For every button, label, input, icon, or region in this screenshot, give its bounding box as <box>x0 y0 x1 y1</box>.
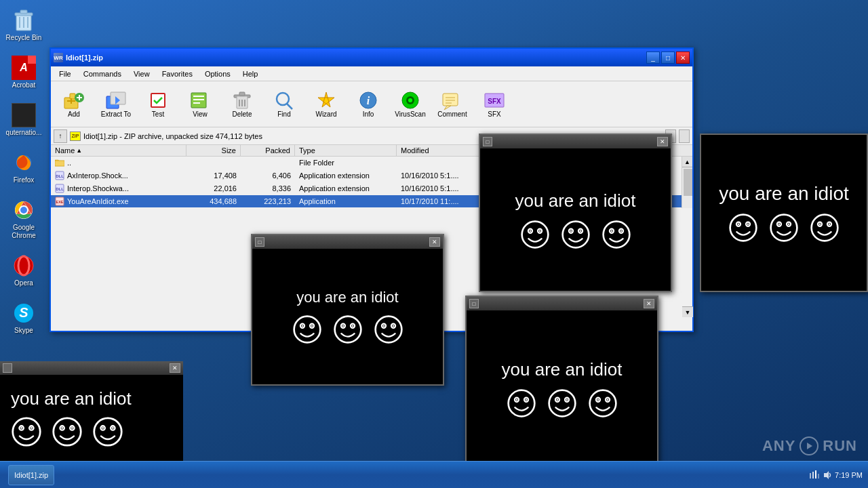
svg-rect-133 <box>812 472 814 479</box>
view-button[interactable]: View <box>180 85 220 124</box>
smiley-icon <box>374 314 403 344</box>
idiot-window-4: you are an idiot <box>700 134 868 292</box>
folder-icon <box>55 158 64 167</box>
svg-point-71 <box>521 221 548 247</box>
scroll-up-button[interactable]: ▲ <box>682 157 692 167</box>
svg-rect-42 <box>443 94 458 106</box>
col-header-modified[interactable]: Modified <box>397 145 492 156</box>
idiot-close-button-1[interactable]: ✕ <box>429 237 440 247</box>
svg-point-89 <box>515 399 517 401</box>
svg-rect-49 <box>55 161 64 166</box>
svg-point-66 <box>375 317 401 343</box>
firefox-icon[interactable]: Firefox <box>2 148 45 187</box>
svg-line-35 <box>287 104 292 109</box>
col-header-size[interactable]: Size <box>186 145 241 156</box>
virusscan-button[interactable]: VirusScan <box>390 85 431 124</box>
partial-app-icon <box>3 363 12 373</box>
smiley-icon <box>52 416 83 447</box>
svg-point-85 <box>620 230 622 232</box>
dll-icon: DLL <box>55 184 64 193</box>
svg-point-76 <box>562 221 589 247</box>
close-button[interactable]: ✕ <box>676 52 690 64</box>
recycle-bin-icon[interactable]: Recycle Bin <box>2 5 45 45</box>
menu-help[interactable]: Help <box>237 68 264 79</box>
svg-marker-136 <box>824 471 829 479</box>
smiley-icon <box>769 213 799 243</box>
find-button[interactable]: Find <box>264 85 304 124</box>
sfx-button[interactable]: SFX SFX <box>474 85 515 124</box>
chrome-label: Google Chrome <box>5 224 43 240</box>
recycle-bin-label: Recycle Bin <box>6 34 42 42</box>
skype-label: Skype <box>14 327 33 335</box>
desktop-icon-area: Recycle Bin A Acrobat quternatio... <box>0 0 47 348</box>
menu-view[interactable]: View <box>128 68 155 79</box>
smiley-icon <box>728 213 758 243</box>
idiot-smileys-1 <box>292 314 403 344</box>
idiot-smileys-3 <box>507 388 618 418</box>
svg-rect-20 <box>79 95 80 100</box>
svg-rect-30 <box>239 92 245 96</box>
delete-button[interactable]: Delete <box>222 85 262 124</box>
smiley-icon <box>292 314 322 344</box>
add-button[interactable]: Add <box>54 85 94 124</box>
svg-point-106 <box>771 215 797 241</box>
idiot-text-4: you are an idiot <box>719 183 848 205</box>
idiot-close-button-2[interactable]: ✕ <box>657 137 668 146</box>
svg-point-34 <box>277 93 289 105</box>
svg-rect-134 <box>815 470 816 479</box>
col-header-packed[interactable]: Packed <box>241 145 295 156</box>
menu-commands[interactable]: Commands <box>78 68 127 79</box>
idiot-content-4: you are an idiot <box>701 135 867 291</box>
idiot-title-area-1: □ <box>255 237 267 247</box>
svg-rect-25 <box>193 96 204 97</box>
idiot-text-3: you are an idiot <box>502 359 623 380</box>
vertical-scrollbar[interactable]: ▲ ▼ <box>682 157 692 208</box>
anyrun-text-run: RUN <box>823 437 857 455</box>
svg-marker-131 <box>807 443 812 449</box>
acrobat-icon[interactable]: A Acrobat <box>2 53 45 92</box>
chrome-icon[interactable]: Google Chrome <box>2 195 45 243</box>
svg-point-126 <box>94 418 121 445</box>
smiley-icon <box>561 220 591 249</box>
col-header-name[interactable]: Name ▲ <box>51 145 186 156</box>
scroll-thumb[interactable] <box>684 169 692 196</box>
smiley-icon <box>601 220 631 249</box>
partial-titlebar: ✕ <box>0 361 183 375</box>
taskbar-item-winrar[interactable]: Idiot[1].zip <box>8 465 54 485</box>
minimize-button[interactable]: _ <box>646 52 660 64</box>
wizard-button[interactable]: Wizard <box>306 85 347 124</box>
smiley-icon <box>520 220 550 249</box>
svg-point-120 <box>31 427 33 429</box>
smiley-icon <box>547 388 577 418</box>
up-button[interactable]: ↑ <box>54 129 67 143</box>
idiot-text-2: you are an idiot <box>515 190 636 211</box>
address-more-button[interactable] <box>679 129 690 143</box>
svg-point-104 <box>738 223 740 225</box>
svg-point-96 <box>589 390 616 416</box>
smiley-icon <box>11 416 42 447</box>
svg-point-69 <box>382 325 384 327</box>
test-button[interactable]: Test <box>138 85 178 124</box>
comment-button[interactable]: Comment <box>432 85 473 124</box>
unknown-app-icon[interactable]: quternatio... <box>2 100 45 140</box>
restore-button[interactable]: □ <box>661 52 675 64</box>
svg-rect-23 <box>151 94 165 107</box>
opera-icon[interactable]: Opera <box>2 251 45 290</box>
idiot-close-button-3[interactable]: ✕ <box>644 299 654 308</box>
extract-to-button[interactable]: Extract To <box>96 85 136 124</box>
menu-options[interactable]: Options <box>199 68 236 79</box>
network-icon <box>809 470 820 480</box>
svg-point-90 <box>525 399 527 401</box>
skype-icon[interactable]: S Skype <box>2 298 45 338</box>
taskbar: Idiot[1].zip 7:19 PM <box>0 461 868 488</box>
menu-favorites[interactable]: Favorites <box>157 68 198 79</box>
svg-point-129 <box>102 427 104 429</box>
idiot-window-3: □ ✕ you are an idiot <box>465 296 658 468</box>
partial-close-button[interactable]: ✕ <box>170 363 180 373</box>
idiot-app-icon-2: □ <box>483 137 492 146</box>
idiot-app-icon-1: □ <box>255 237 264 247</box>
menu-file[interactable]: File <box>54 68 77 79</box>
info-button[interactable]: i Info <box>348 85 389 124</box>
col-header-type[interactable]: Type <box>295 145 397 156</box>
svg-point-70 <box>392 325 394 327</box>
